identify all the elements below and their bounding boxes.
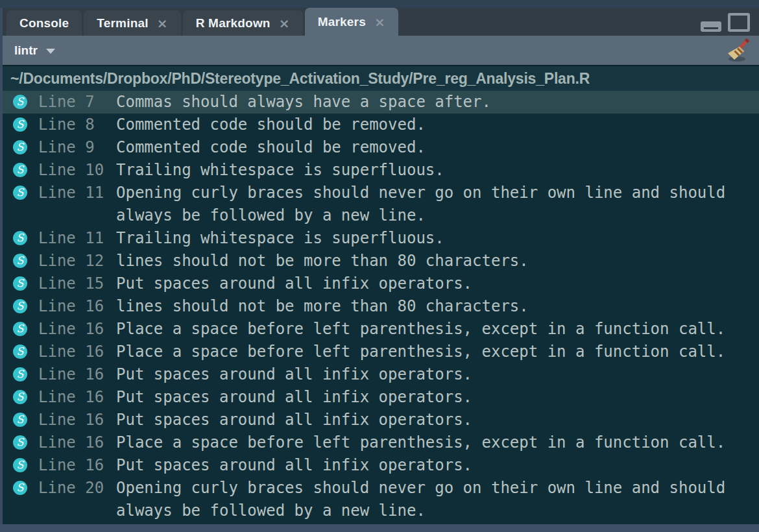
- close-icon[interactable]: ×: [279, 17, 290, 30]
- pane-tab-bar: Console Terminal × R Markdown × Markers …: [3, 8, 759, 36]
- marker-icon-cell: S: [3, 250, 38, 268]
- marker-line-number: Line 8: [38, 114, 116, 136]
- style-marker-icon: S: [13, 390, 27, 404]
- style-marker-icon: S: [13, 254, 27, 268]
- marker-line-number: Line 16: [38, 454, 116, 477]
- style-marker-icon: S: [13, 458, 27, 472]
- style-marker-icon: S: [13, 322, 27, 336]
- style-marker-icon: S: [13, 117, 27, 132]
- marker-icon-cell: S: [3, 318, 38, 336]
- marker-icon-cell: S: [3, 272, 38, 291]
- marker-row[interactable]: S Line 16 Place a space before left pare…: [3, 431, 759, 454]
- marker-message: Put spaces around all infix operators.: [116, 272, 759, 295]
- marker-row[interactable]: S Line 16 Put spaces around all infix op…: [3, 363, 759, 386]
- marker-row[interactable]: S Line 9 Commented code should be remove…: [3, 136, 759, 159]
- close-icon[interactable]: ×: [157, 17, 168, 30]
- clear-markers-button[interactable]: [724, 38, 751, 64]
- marker-row[interactable]: S Line 11 Opening curly braces should ne…: [3, 182, 759, 227]
- marker-row[interactable]: S Line 7 Commas should always have a spa…: [3, 91, 759, 114]
- marker-row[interactable]: S Line 12 lines should not be more than …: [3, 250, 759, 272]
- style-marker-icon: S: [13, 140, 27, 154]
- marker-line-number: Line 10: [38, 159, 116, 182]
- marker-row[interactable]: S Line 16 Put spaces around all infix op…: [3, 386, 759, 409]
- file-path-text: ~/Documents/Dropbox/PhD/Stereotype_Activ…: [10, 70, 590, 88]
- marker-source-dropdown[interactable]: lintr: [9, 41, 60, 60]
- marker-message: Put spaces around all infix operators.: [116, 454, 759, 477]
- marker-message: Trailing whitespace is superfluous.: [116, 227, 759, 250]
- marker-list: S Line 7 Commas should always have a spa…: [3, 91, 759, 524]
- style-marker-icon: S: [13, 413, 27, 427]
- marker-line-number: Line 16: [38, 318, 116, 341]
- marker-row[interactable]: S Line 16 Put spaces around all infix op…: [3, 454, 759, 477]
- marker-row[interactable]: S Line 16 lines should not be more than …: [3, 295, 759, 318]
- marker-icon-cell: S: [3, 114, 38, 132]
- tab-terminal[interactable]: Terminal ×: [84, 10, 180, 36]
- marker-line-number: Line 9: [38, 136, 116, 159]
- marker-line-number: Line 16: [38, 431, 116, 454]
- marker-message: Put spaces around all infix operators.: [116, 386, 759, 409]
- marker-message: lines should not be more than 80 charact…: [116, 295, 759, 318]
- marker-line-number: Line 7: [38, 91, 116, 114]
- style-marker-icon: S: [13, 367, 27, 381]
- marker-row[interactable]: S Line 8 Commented code should be remove…: [3, 114, 759, 136]
- marker-row[interactable]: S Line 16 Place a space before left pare…: [3, 341, 759, 363]
- marker-file-path: ~/Documents/Dropbox/PhD/Stereotype_Activ…: [3, 65, 759, 91]
- close-icon[interactable]: ×: [374, 16, 385, 29]
- pane-window-controls: [701, 13, 750, 32]
- marker-message: Trailing whitespace is superfluous.: [116, 159, 759, 182]
- marker-row[interactable]: S Line 20 Opening curly braces should ne…: [3, 477, 759, 522]
- marker-line-number: Line 12: [38, 250, 116, 272]
- tab-label: Console: [19, 16, 69, 30]
- chevron-down-icon: [46, 49, 55, 54]
- marker-message: Place a space before left parenthesis, e…: [116, 341, 759, 363]
- marker-row[interactable]: S Line 15 Put spaces around all infix op…: [3, 272, 759, 295]
- marker-message: Put spaces around all infix operators.: [116, 409, 759, 431]
- tab-r-markdown[interactable]: R Markdown ×: [183, 10, 303, 36]
- marker-icon-cell: S: [3, 386, 38, 404]
- minimize-pane-button[interactable]: [701, 21, 721, 32]
- style-marker-icon: S: [13, 435, 27, 450]
- marker-icon-cell: S: [3, 431, 38, 450]
- marker-message: Commas should always have a space after.: [116, 91, 759, 114]
- marker-line-number: Line 16: [38, 341, 116, 363]
- marker-line-number: Line 16: [38, 386, 116, 409]
- tab-console[interactable]: Console: [6, 10, 82, 36]
- tab-label: Terminal: [97, 16, 148, 30]
- marker-row[interactable]: S Line 10 Trailing whitespace is superfl…: [3, 159, 759, 182]
- style-marker-icon: S: [13, 186, 27, 200]
- marker-icon-cell: S: [3, 454, 38, 472]
- marker-message: Put spaces around all infix operators.: [116, 363, 759, 386]
- markers-toolbar: lintr: [3, 36, 759, 65]
- marker-icon-cell: S: [3, 91, 38, 109]
- marker-message: lines should not be more than 80 charact…: [116, 250, 759, 272]
- marker-line-number: Line 11: [38, 182, 116, 204]
- tab-markers[interactable]: Markers ×: [305, 8, 398, 36]
- broom-icon: [725, 38, 751, 64]
- marker-message: Place a space before left parenthesis, e…: [116, 431, 759, 454]
- marker-icon-cell: S: [3, 182, 38, 200]
- marker-row[interactable]: S Line 16 Put spaces around all infix op…: [3, 409, 759, 431]
- marker-row[interactable]: S Line 11 Trailing whitespace is superfl…: [3, 227, 759, 250]
- marker-icon-cell: S: [3, 363, 38, 381]
- style-marker-icon: S: [13, 481, 27, 495]
- marker-icon-cell: S: [3, 295, 38, 313]
- marker-line-number: Line 11: [38, 227, 116, 250]
- style-marker-icon: S: [13, 276, 27, 291]
- maximize-pane-button[interactable]: [728, 13, 750, 32]
- marker-row[interactable]: S Line 16 Place a space before left pare…: [3, 318, 759, 341]
- marker-line-number: Line 16: [38, 409, 116, 431]
- marker-message: Commented code should be removed.: [116, 136, 759, 159]
- marker-message: Place a space before left parenthesis, e…: [116, 318, 759, 341]
- marker-icon-cell: S: [3, 227, 38, 245]
- marker-message: Opening curly braces should never go on …: [116, 477, 759, 522]
- marker-icon-cell: S: [3, 409, 38, 427]
- style-marker-icon: S: [13, 345, 27, 359]
- style-marker-icon: S: [13, 231, 27, 245]
- marker-icon-cell: S: [3, 477, 38, 495]
- window-bottom-edge: [0, 524, 759, 532]
- marker-line-number: Line 16: [38, 363, 116, 386]
- marker-line-number: Line 16: [38, 295, 116, 318]
- marker-line-number: Line 15: [38, 272, 116, 295]
- tab-label: R Markdown: [196, 16, 271, 30]
- marker-icon-cell: S: [3, 341, 38, 359]
